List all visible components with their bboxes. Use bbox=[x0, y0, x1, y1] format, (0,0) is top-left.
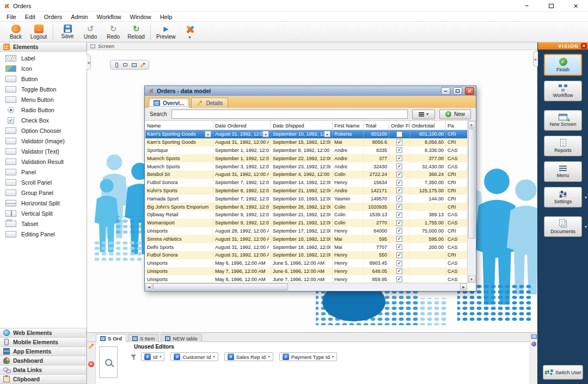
vision-finish-button[interactable]: Finish bbox=[544, 54, 582, 76]
dialog-maximize-button[interactable] bbox=[453, 87, 462, 95]
remove-icon[interactable] bbox=[88, 361, 94, 367]
checkbox-checked-icon[interactable]: ✓ bbox=[396, 180, 402, 186]
checkbox-checked-icon[interactable]: ✓ bbox=[396, 155, 402, 161]
menu-item-edit[interactable]: Edit bbox=[21, 13, 40, 21]
checkbox-checked-icon[interactable]: ✓ bbox=[396, 260, 402, 266]
editor-tab-s-item[interactable]: S Item bbox=[128, 334, 159, 342]
table-row-kam-s-sporting-goods-1[interactable]: Kam's Sporting GoodsAugust 31, 1992, 12:… bbox=[145, 138, 467, 147]
checkbox-checked-icon[interactable]: ✓ bbox=[396, 220, 402, 226]
element-option-chooser[interactable]: Option Chooser bbox=[0, 125, 87, 136]
device-tablet-button[interactable] bbox=[121, 62, 129, 68]
toolbar-button-undo[interactable]: Undo bbox=[79, 22, 102, 42]
menu-item-orders[interactable]: Orders bbox=[40, 13, 67, 21]
editor-tab-s-ord[interactable]: S Ord bbox=[96, 334, 126, 342]
menu-item-admin[interactable]: Admin bbox=[66, 13, 92, 21]
toolbar-button-redo[interactable]: Redo bbox=[102, 22, 125, 42]
element-group-panel[interactable]: Group Panel bbox=[0, 187, 87, 198]
device-monitor-button[interactable] bbox=[130, 62, 138, 68]
sphere-icon[interactable] bbox=[531, 342, 536, 346]
checkbox-checked-icon[interactable]: ✓ bbox=[396, 147, 402, 153]
table-row-simms-athletics-13[interactable]: Simms AthleticsAugust 31, 1992, 12:00 AM… bbox=[145, 235, 467, 243]
element-validator-text[interactable]: Validator (Text) bbox=[0, 146, 87, 156]
editor-tab-new-table[interactable]: NEW table bbox=[161, 334, 201, 342]
table-row-muench-sports-3[interactable]: Muench SportsSeptember 1, 1992, 12:00 AM… bbox=[145, 154, 467, 162]
field-chip-payment-type-id[interactable]: Payment Type Id▾ bbox=[279, 352, 338, 361]
panel-header-dashboard[interactable]: Dashboard bbox=[0, 356, 87, 365]
table-row-kam-s-sporting-goods-0[interactable]: Kam's Sporting Goods▾August 31, 1992, 12… bbox=[145, 130, 467, 138]
menu-item-file[interactable]: File bbox=[2, 13, 21, 21]
dialog-minimize-button[interactable] bbox=[441, 87, 450, 95]
table-row-hamada-sport-8[interactable]: Hamada SportSeptember 7, 1992, 12:00 AMS… bbox=[145, 194, 467, 203]
panel-header-app-elements[interactable]: App Elements bbox=[0, 346, 87, 356]
column-header-order-filled[interactable]: Order Filled bbox=[389, 121, 410, 130]
panel-header-clipboard[interactable]: Clipboard bbox=[0, 374, 87, 384]
toolbar-button-preview[interactable]: Preview bbox=[154, 22, 179, 42]
element-label[interactable]: Label bbox=[0, 53, 87, 63]
switch-user-button[interactable]: Switch User bbox=[543, 365, 583, 380]
column-header-total[interactable]: Total bbox=[364, 121, 389, 130]
element-toggle-button[interactable]: Toggle Button bbox=[0, 84, 87, 94]
table-row-big-john-s-sports-emporium-9[interactable]: Big John's Sports EmporiumSeptember 8, 1… bbox=[145, 203, 467, 211]
field-chip-id[interactable]: Id▾ bbox=[141, 352, 164, 361]
horizontal-scroll-thumb[interactable] bbox=[153, 283, 288, 290]
combo-dropdown-icon[interactable]: ▾ bbox=[324, 131, 330, 137]
menu-item-workflow[interactable]: Workflow bbox=[93, 13, 126, 21]
menu-item-window[interactable]: Window bbox=[126, 13, 156, 21]
element-menu-button[interactable]: Menu Button bbox=[0, 94, 87, 105]
search-input[interactable] bbox=[171, 109, 408, 119]
field-chip-customer-id[interactable]: Customer Id▾ bbox=[170, 352, 218, 361]
panel-header-data-links[interactable]: Data Links bbox=[0, 365, 87, 375]
device-phone-button[interactable] bbox=[113, 62, 120, 68]
checkbox-checked-icon[interactable]: ✓ bbox=[396, 163, 402, 169]
table-row-kuhn-s-sports-7[interactable]: Kuhn's SportsSeptember 8, 1992, 12:00 AM… bbox=[145, 187, 467, 195]
dialog-close-button[interactable] bbox=[465, 87, 474, 95]
menu-item-help[interactable]: Help bbox=[156, 13, 177, 21]
column-header-date-shipped[interactable]: Date Shipped bbox=[271, 121, 333, 130]
checkbox-checked-icon[interactable]: ✓ bbox=[396, 268, 402, 274]
vision-settings-button[interactable]: Settings▾ bbox=[544, 187, 582, 208]
elements-panel-header[interactable]: Elements bbox=[0, 42, 87, 52]
table-row-futbol-sonora-6[interactable]: Futbol SonoraSeptember 7, 1992, 12:00 AM… bbox=[145, 179, 467, 187]
toolbar-button-save[interactable]: Save bbox=[56, 22, 79, 42]
dialog-tab-overvi[interactable]: Overvi... bbox=[148, 97, 189, 108]
maximize-button[interactable] bbox=[539, 0, 564, 11]
element-radio-button[interactable]: Radio Button bbox=[0, 105, 87, 115]
minimize-button[interactable] bbox=[514, 0, 539, 11]
preview-thumbnail[interactable] bbox=[99, 346, 118, 378]
element-icon[interactable]: Icon bbox=[0, 63, 87, 74]
element-editing-panel[interactable]: Editing Panel bbox=[0, 229, 87, 239]
combo-dropdown-icon[interactable]: ▾ bbox=[262, 131, 269, 137]
checkbox-checked-icon[interactable]: ✓ bbox=[396, 196, 402, 202]
checkbox-checked-icon[interactable]: ✓ bbox=[396, 276, 402, 282]
vertical-scroll-thumb[interactable] bbox=[468, 129, 475, 239]
checkbox-checked-icon[interactable]: ✓ bbox=[396, 244, 402, 250]
close-button[interactable] bbox=[564, 0, 588, 11]
table-row-unisports-16[interactable]: UnisportsMay 6, 1996, 12:00 AMJune 5, 19… bbox=[145, 259, 467, 267]
checkbox-checked-icon[interactable]: ✓ bbox=[396, 252, 402, 258]
column-header-first-name[interactable]: First Name bbox=[333, 121, 364, 130]
vision-menu-button[interactable]: Menu bbox=[544, 161, 582, 182]
dropdown-arrow-icon[interactable]: ▾ bbox=[585, 195, 587, 200]
panel-header-mobile-elements[interactable]: Mobile Elements bbox=[0, 337, 87, 347]
field-chip-sales-rep-id[interactable]: Sales Rep Id▾ bbox=[224, 352, 273, 361]
checkbox-checked-icon[interactable]: ✓ bbox=[396, 204, 402, 210]
canvas-tab-label[interactable]: Screen bbox=[98, 43, 114, 49]
table-row-unisports-18[interactable]: UnisportsMay 8, 1996, 12:00 AMJune 7, 19… bbox=[145, 275, 467, 283]
table-row-beisbol-si-5[interactable]: Beisbol Si!August 31, 1992, 12:00 AMSept… bbox=[145, 170, 467, 179]
table-row-unisports-17[interactable]: UnisportsMay 7, 1996, 12:00 AMJune 6, 19… bbox=[145, 267, 467, 276]
toolbar-button-xlogo[interactable]: ▾ bbox=[179, 22, 201, 42]
sidebar-collapse-handle[interactable]: ◀ bbox=[87, 54, 91, 70]
checkbox-checked-icon[interactable]: ✓ bbox=[396, 236, 402, 242]
element-horizontal-split[interactable]: Horizontal Split bbox=[0, 198, 87, 208]
vertical-scrollbar[interactable]: ▲ ▼ bbox=[467, 121, 475, 283]
table-row-unisports-12[interactable]: UnisportsAugust 28, 1992, 12:00 AMSeptem… bbox=[145, 227, 467, 235]
element-panel[interactable]: Panel bbox=[0, 167, 87, 177]
scroll-down-button[interactable]: ▼ bbox=[468, 276, 475, 283]
device-pencil-button[interactable] bbox=[139, 62, 146, 68]
column-header-date-ordered[interactable]: Date Ordered bbox=[213, 121, 271, 130]
horizontal-scrollbar[interactable]: ◀ ▶ bbox=[145, 283, 467, 290]
vision-workflow-button[interactable]: Workflow bbox=[544, 81, 582, 101]
element-check-box[interactable]: Check Box bbox=[0, 115, 87, 125]
scroll-up-button[interactable]: ▲ bbox=[468, 121, 475, 128]
toolbar-button-reload[interactable]: Reload bbox=[125, 22, 148, 42]
